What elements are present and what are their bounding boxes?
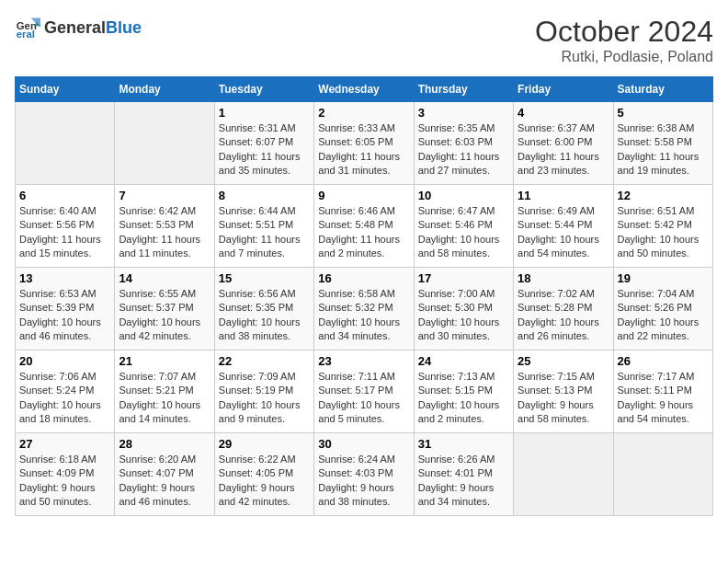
day-number: 25 [518, 354, 609, 368]
calendar-table: Sunday Monday Tuesday Wednesday Thursday… [15, 76, 713, 516]
day-number: 19 [618, 271, 709, 285]
calendar-week-row: 13Sunrise: 6:53 AMSunset: 5:39 PMDayligh… [16, 268, 713, 350]
logo-blue: Blue [106, 18, 142, 37]
day-info: Sunrise: 6:40 AMSunset: 5:56 PMDaylight:… [19, 204, 110, 261]
day-number: 3 [418, 106, 509, 120]
day-info: Sunrise: 6:49 AMSunset: 5:44 PMDaylight:… [518, 204, 609, 261]
svg-text:eral: eral [17, 29, 35, 40]
day-number: 5 [618, 106, 709, 120]
calendar-cell: 18Sunrise: 7:02 AMSunset: 5:28 PMDayligh… [514, 268, 613, 350]
calendar-cell: 11Sunrise: 6:49 AMSunset: 5:44 PMDayligh… [514, 185, 613, 268]
day-info: Sunrise: 6:56 AMSunset: 5:35 PMDaylight:… [219, 287, 310, 344]
calendar-week-row: 6Sunrise: 6:40 AMSunset: 5:56 PMDaylight… [16, 185, 713, 268]
calendar-cell: 1Sunrise: 6:31 AMSunset: 6:07 PMDaylight… [214, 102, 313, 185]
day-number: 20 [19, 354, 110, 368]
logo: Gen eral GeneralBlue [15, 15, 142, 40]
calendar-cell [115, 102, 214, 185]
header-thursday: Thursday [414, 77, 513, 102]
day-info: Sunrise: 7:15 AMSunset: 5:13 PMDaylight:… [518, 370, 609, 427]
calendar-cell: 5Sunrise: 6:38 AMSunset: 5:58 PMDaylight… [613, 102, 712, 185]
day-info: Sunrise: 7:04 AMSunset: 5:26 PMDaylight:… [618, 287, 709, 344]
day-info: Sunrise: 7:02 AMSunset: 5:28 PMDaylight:… [518, 287, 609, 344]
calendar-cell: 3Sunrise: 6:35 AMSunset: 6:03 PMDaylight… [414, 102, 513, 185]
day-number: 4 [518, 106, 609, 120]
day-info: Sunrise: 6:33 AMSunset: 6:05 PMDaylight:… [318, 121, 409, 178]
calendar-cell: 21Sunrise: 7:07 AMSunset: 5:21 PMDayligh… [115, 350, 214, 433]
day-info: Sunrise: 6:46 AMSunset: 5:48 PMDaylight:… [318, 204, 409, 261]
day-info: Sunrise: 6:47 AMSunset: 5:46 PMDaylight:… [418, 204, 509, 261]
day-number: 23 [318, 354, 409, 368]
calendar-cell [613, 433, 712, 516]
calendar-cell: 17Sunrise: 7:00 AMSunset: 5:30 PMDayligh… [414, 268, 513, 350]
logo-general: General [44, 18, 106, 37]
calendar-header-row: Sunday Monday Tuesday Wednesday Thursday… [16, 77, 713, 102]
calendar-cell: 23Sunrise: 7:11 AMSunset: 5:17 PMDayligh… [314, 350, 414, 433]
day-info: Sunrise: 7:09 AMSunset: 5:19 PMDaylight:… [219, 370, 310, 427]
header-tuesday: Tuesday [214, 77, 313, 102]
day-number: 29 [219, 437, 310, 451]
calendar-cell [16, 102, 115, 185]
day-number: 14 [119, 271, 210, 285]
calendar-cell: 6Sunrise: 6:40 AMSunset: 5:56 PMDaylight… [16, 185, 115, 268]
day-info: Sunrise: 7:11 AMSunset: 5:17 PMDaylight:… [318, 370, 409, 427]
day-number: 26 [618, 354, 709, 368]
header-friday: Friday [514, 77, 613, 102]
day-number: 11 [518, 189, 609, 202]
day-info: Sunrise: 6:44 AMSunset: 5:51 PMDaylight:… [219, 204, 310, 261]
title-block: October 2024 Rutki, Podlasie, Poland [535, 15, 713, 65]
calendar-cell: 30Sunrise: 6:24 AMSunset: 4:03 PMDayligh… [314, 433, 414, 516]
calendar-cell: 27Sunrise: 6:18 AMSunset: 4:09 PMDayligh… [16, 433, 115, 516]
calendar-cell: 7Sunrise: 6:42 AMSunset: 5:53 PMDaylight… [115, 185, 214, 268]
calendar-cell: 29Sunrise: 6:22 AMSunset: 4:05 PMDayligh… [214, 433, 313, 516]
calendar-cell [514, 433, 613, 516]
calendar-cell: 4Sunrise: 6:37 AMSunset: 6:00 PMDaylight… [514, 102, 613, 185]
page-header: Gen eral GeneralBlue October 2024 Rutki,… [15, 15, 713, 65]
day-number: 10 [418, 189, 509, 202]
day-number: 18 [518, 271, 609, 285]
header-wednesday: Wednesday [314, 77, 414, 102]
calendar-week-row: 27Sunrise: 6:18 AMSunset: 4:09 PMDayligh… [16, 433, 713, 516]
day-info: Sunrise: 6:37 AMSunset: 6:00 PMDaylight:… [518, 121, 609, 178]
day-number: 7 [119, 189, 210, 202]
day-number: 8 [219, 189, 310, 202]
day-number: 21 [119, 354, 210, 368]
calendar-cell: 26Sunrise: 7:17 AMSunset: 5:11 PMDayligh… [613, 350, 712, 433]
day-number: 12 [618, 189, 709, 202]
logo-icon: Gen eral [15, 15, 40, 40]
day-info: Sunrise: 6:18 AMSunset: 4:09 PMDaylight:… [19, 453, 110, 510]
day-info: Sunrise: 6:55 AMSunset: 5:37 PMDaylight:… [119, 287, 210, 344]
day-info: Sunrise: 6:24 AMSunset: 4:03 PMDaylight:… [318, 453, 409, 510]
day-info: Sunrise: 7:00 AMSunset: 5:30 PMDaylight:… [418, 287, 509, 344]
day-info: Sunrise: 6:26 AMSunset: 4:01 PMDaylight:… [418, 453, 509, 510]
day-number: 6 [19, 189, 110, 202]
day-info: Sunrise: 6:58 AMSunset: 5:32 PMDaylight:… [318, 287, 409, 344]
day-info: Sunrise: 6:42 AMSunset: 5:53 PMDaylight:… [119, 204, 210, 261]
calendar-cell: 28Sunrise: 6:20 AMSunset: 4:07 PMDayligh… [115, 433, 214, 516]
calendar-cell: 16Sunrise: 6:58 AMSunset: 5:32 PMDayligh… [314, 268, 414, 350]
calendar-cell: 10Sunrise: 6:47 AMSunset: 5:46 PMDayligh… [414, 185, 513, 268]
day-info: Sunrise: 7:07 AMSunset: 5:21 PMDaylight:… [119, 370, 210, 427]
calendar-cell: 2Sunrise: 6:33 AMSunset: 6:05 PMDaylight… [314, 102, 414, 185]
day-info: Sunrise: 7:13 AMSunset: 5:15 PMDaylight:… [418, 370, 509, 427]
day-info: Sunrise: 6:53 AMSunset: 5:39 PMDaylight:… [19, 287, 110, 344]
calendar-cell: 15Sunrise: 6:56 AMSunset: 5:35 PMDayligh… [214, 268, 313, 350]
day-info: Sunrise: 6:51 AMSunset: 5:42 PMDaylight:… [618, 204, 709, 261]
day-info: Sunrise: 7:17 AMSunset: 5:11 PMDaylight:… [618, 370, 709, 427]
calendar-subtitle: Rutki, Podlasie, Poland [535, 49, 713, 65]
calendar-title: October 2024 [535, 15, 713, 49]
header-saturday: Saturday [613, 77, 712, 102]
calendar-week-row: 20Sunrise: 7:06 AMSunset: 5:24 PMDayligh… [16, 350, 713, 433]
day-info: Sunrise: 6:38 AMSunset: 5:58 PMDaylight:… [618, 121, 709, 178]
calendar-cell: 20Sunrise: 7:06 AMSunset: 5:24 PMDayligh… [16, 350, 115, 433]
calendar-week-row: 1Sunrise: 6:31 AMSunset: 6:07 PMDaylight… [16, 102, 713, 185]
day-number: 9 [318, 189, 409, 202]
day-number: 15 [219, 271, 310, 285]
calendar-cell: 9Sunrise: 6:46 AMSunset: 5:48 PMDaylight… [314, 185, 414, 268]
day-number: 24 [418, 354, 509, 368]
day-number: 17 [418, 271, 509, 285]
day-number: 28 [119, 437, 210, 451]
calendar-cell: 14Sunrise: 6:55 AMSunset: 5:37 PMDayligh… [115, 268, 214, 350]
calendar-cell: 25Sunrise: 7:15 AMSunset: 5:13 PMDayligh… [514, 350, 613, 433]
day-info: Sunrise: 6:35 AMSunset: 6:03 PMDaylight:… [418, 121, 509, 178]
day-number: 1 [219, 106, 310, 120]
